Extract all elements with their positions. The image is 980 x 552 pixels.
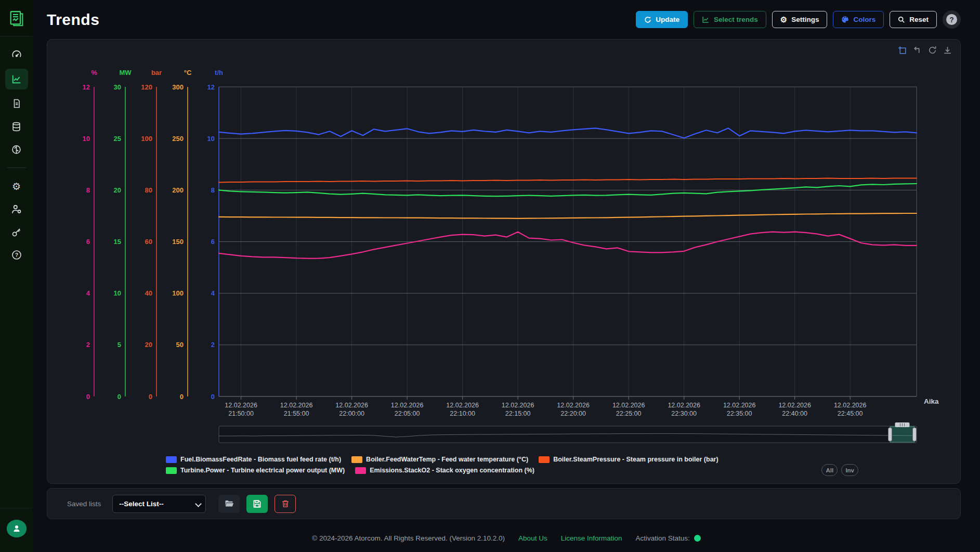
sidebar-item-reports[interactable] — [5, 95, 28, 112]
saved-lists-panel: Saved lists --Select List-- — [47, 488, 961, 519]
navigator[interactable] — [219, 426, 917, 443]
svg-text:15: 15 — [114, 238, 121, 246]
svg-text:22:35:00: 22:35:00 — [727, 410, 752, 417]
svg-text:60: 60 — [145, 238, 152, 246]
svg-text:t/h: t/h — [215, 69, 223, 76]
navigator-right-handle[interactable] — [912, 428, 916, 441]
svg-text:22:20:00: 22:20:00 — [560, 410, 586, 417]
svg-text:12: 12 — [83, 83, 90, 91]
svg-text:8: 8 — [211, 186, 215, 194]
sidebar-nav: ⚙ ? — [5, 46, 28, 264]
sidebar-divider — [7, 168, 26, 168]
chart-line-icon — [702, 16, 710, 23]
refresh-icon — [644, 16, 651, 23]
legend-invert-button[interactable]: Inv — [841, 464, 858, 476]
page-title: Trends — [47, 11, 99, 29]
svg-text:12.02.2026: 12.02.2026 — [612, 402, 645, 409]
svg-text:22:05:00: 22:05:00 — [395, 410, 420, 417]
select-trends-button[interactable]: Select trends — [694, 11, 766, 28]
magnifier-icon — [898, 16, 905, 23]
update-button[interactable]: Update — [636, 11, 688, 28]
legend-swatch — [166, 467, 177, 474]
sidebar-item-access[interactable] — [5, 223, 28, 241]
user-avatar[interactable] — [7, 520, 27, 537]
legend-item[interactable]: Fuel.BiomassFeedRate - Biomass fuel feed… — [166, 456, 341, 463]
svg-text:°C: °C — [184, 69, 192, 76]
svg-text:12.02.2026: 12.02.2026 — [502, 402, 534, 409]
svg-text:5: 5 — [117, 341, 121, 349]
sidebar-item-data[interactable] — [5, 118, 28, 135]
zoom-box-icon[interactable] — [897, 45, 908, 55]
legend-item[interactable]: Turbine.Power - Turbine electrical power… — [166, 467, 345, 474]
sidebar: ⚙ ? — [0, 0, 33, 552]
settings-label: Settings — [791, 16, 819, 23]
svg-text:12.02.2026: 12.02.2026 — [834, 402, 867, 409]
svg-text:22:15:00: 22:15:00 — [505, 410, 531, 417]
report-logo-icon — [8, 9, 25, 27]
legend-swatch — [355, 467, 366, 474]
trash-icon — [281, 499, 290, 508]
help-button[interactable]: ? — [943, 10, 961, 29]
saved-lists-select-wrap: --Select List-- — [112, 495, 206, 513]
license-link[interactable]: License Information — [561, 534, 622, 542]
save-list-button[interactable] — [246, 495, 268, 513]
sidebar-item-user-management[interactable] — [5, 200, 28, 218]
svg-text:22:25:00: 22:25:00 — [616, 410, 642, 417]
svg-text:0: 0 — [149, 393, 152, 401]
open-list-button[interactable] — [218, 495, 240, 513]
svg-text:0: 0 — [117, 393, 121, 401]
navigator-left-handle[interactable] — [888, 428, 892, 441]
svg-text:12.02.2026: 12.02.2026 — [668, 402, 700, 409]
download-icon[interactable] — [943, 45, 953, 55]
svg-text:10: 10 — [114, 289, 121, 297]
about-us-link[interactable]: About Us — [518, 534, 547, 542]
svg-text:150: 150 — [172, 238, 184, 246]
legend-actions: All Inv — [821, 464, 858, 476]
delete-list-button[interactable] — [275, 495, 296, 513]
chart-toolbox — [897, 45, 953, 55]
svg-text:12: 12 — [207, 83, 215, 91]
svg-text:22:10:00: 22:10:00 — [450, 410, 475, 417]
database-icon — [11, 122, 21, 132]
chart-line-icon — [11, 74, 22, 84]
svg-text:%: % — [91, 69, 97, 76]
legend-label: Fuel.BiomassFeedRate - Biomass fuel feed… — [180, 456, 341, 463]
legend-swatch — [351, 456, 362, 463]
svg-text:12.02.2026: 12.02.2026 — [446, 402, 479, 409]
sidebar-item-help[interactable]: ? — [5, 246, 28, 264]
select-trends-label: Select trends — [714, 16, 758, 23]
sidebar-item-settings[interactable]: ⚙ — [5, 177, 28, 195]
sidebar-item-trends[interactable] — [5, 69, 28, 89]
legend-item[interactable]: Emissions.StackO2 - Stack oxygen concent… — [355, 467, 534, 474]
reset-button[interactable]: Reset — [890, 11, 937, 28]
svg-text:6: 6 — [86, 238, 90, 246]
svg-text:?: ? — [15, 252, 18, 258]
app-logo[interactable] — [0, 0, 33, 36]
zoom-back-icon[interactable] — [912, 45, 923, 55]
legend-item[interactable]: Boiler.SteamPressure - Steam pressure in… — [539, 456, 718, 463]
legend-all-button[interactable]: All — [821, 464, 838, 476]
saved-lists-label: Saved lists — [67, 500, 101, 508]
sidebar-item-analytics[interactable] — [5, 140, 28, 158]
user-gear-icon — [11, 204, 22, 214]
update-label: Update — [656, 16, 680, 23]
trends-chart[interactable]: 12.02.202621:50:0012.02.202621:55:0012.0… — [47, 40, 961, 456]
sidebar-item-dashboard[interactable] — [5, 46, 28, 63]
navigator-window[interactable] — [890, 427, 914, 442]
saved-lists-select[interactable]: --Select List-- — [112, 495, 206, 513]
svg-text:22:30:00: 22:30:00 — [671, 410, 697, 417]
legend-item[interactable]: Boiler.FeedWaterTemp - Feed water temper… — [351, 456, 528, 463]
brain-icon — [11, 145, 21, 155]
question-icon: ? — [946, 14, 957, 25]
svg-text:bar: bar — [151, 69, 162, 76]
colors-button[interactable]: Colors — [833, 11, 884, 28]
svg-text:12.02.2026: 12.02.2026 — [391, 402, 424, 409]
legend-label: Boiler.SteamPressure - Steam pressure in… — [553, 456, 718, 463]
legend-label: Emissions.StackO2 - Stack oxygen concent… — [370, 467, 534, 474]
svg-text:22:00:00: 22:00:00 — [339, 410, 364, 417]
svg-text:120: 120 — [141, 83, 152, 91]
svg-text:12.02.2026: 12.02.2026 — [557, 402, 590, 409]
settings-button[interactable]: ⚙ Settings — [772, 11, 828, 28]
restore-icon[interactable] — [927, 45, 938, 55]
svg-text:12.02.2026: 12.02.2026 — [225, 402, 257, 409]
